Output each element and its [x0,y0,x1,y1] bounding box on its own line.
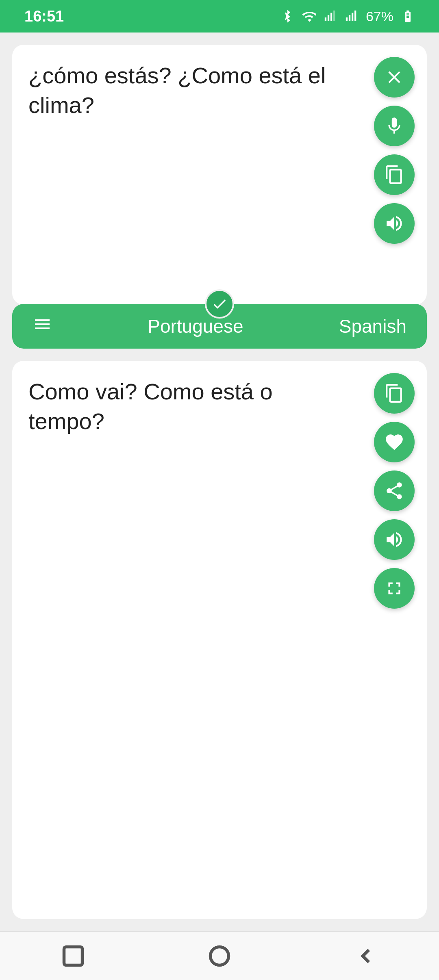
output-speaker-button[interactable] [374,519,415,560]
output-card: Como vai? Como está o tempo? [12,361,427,919]
svg-rect-6 [352,13,353,21]
main-content: ¿cómo estás? ¿Como está el clima? [0,33,439,931]
output-copy-button[interactable] [374,373,415,414]
nav-square-button[interactable] [55,938,91,974]
status-bar: 16:51 67% [0,0,439,33]
signal-icon [324,9,337,23]
svg-point-9 [211,947,229,965]
input-text[interactable]: ¿cómo estás? ¿Como está el clima? [28,61,346,288]
share-button[interactable] [374,470,415,511]
target-language-label[interactable]: Spanish [339,315,406,337]
bluetooth-icon [280,9,294,23]
copy-button[interactable] [374,154,415,195]
check-badge [205,289,234,319]
menu-icon[interactable] [33,314,52,338]
status-icons: 67% [280,9,415,24]
fullscreen-button[interactable] [374,568,415,609]
nav-back-button[interactable] [348,938,384,974]
nav-circle-button[interactable] [201,938,238,974]
microphone-button[interactable] [374,106,415,146]
output-text[interactable]: Como vai? Como está o tempo? [28,377,346,436]
svg-rect-1 [328,15,329,21]
svg-rect-2 [330,13,332,21]
input-actions [374,57,415,244]
svg-rect-3 [333,11,335,21]
status-time: 16:51 [24,8,64,25]
signal2-icon [345,9,359,23]
speaker-button[interactable] [374,203,415,244]
output-actions [374,373,415,609]
language-bar[interactable]: Portuguese Spanish [12,304,427,349]
source-language-label[interactable]: Portuguese [148,315,243,337]
svg-rect-4 [346,17,348,21]
svg-rect-8 [64,947,83,965]
svg-rect-7 [354,11,356,21]
favorite-button[interactable] [374,422,415,462]
svg-rect-5 [349,15,350,21]
input-card: ¿cómo estás? ¿Como está el clima? [12,45,427,305]
navigation-bar [0,931,439,980]
battery-icon [401,9,415,23]
wifi-icon [302,9,316,24]
svg-rect-0 [325,17,326,21]
battery-text: 67% [366,9,393,24]
close-button[interactable] [374,57,415,98]
